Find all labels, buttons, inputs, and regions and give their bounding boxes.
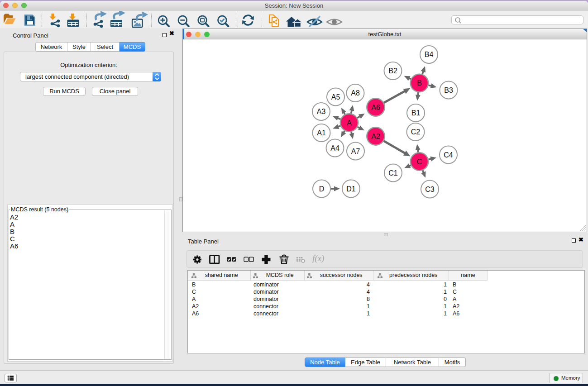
svg-text:B: B: [417, 79, 422, 87]
svg-text:A8: A8: [351, 89, 360, 97]
svg-text:C1: C1: [388, 169, 398, 177]
svg-text:A4: A4: [330, 144, 339, 152]
svg-text:A6: A6: [371, 104, 380, 111]
svg-text:B2: B2: [388, 67, 397, 75]
svg-text:D1: D1: [346, 185, 356, 193]
svg-text:A2: A2: [371, 133, 380, 140]
svg-text:C2: C2: [411, 128, 421, 136]
svg-text:B4: B4: [425, 51, 434, 58]
svg-text:B1: B1: [411, 109, 421, 117]
svg-text:A1: A1: [317, 129, 326, 137]
svg-text:A3: A3: [317, 108, 326, 115]
svg-text:C4: C4: [444, 151, 453, 159]
svg-text:B3: B3: [444, 86, 453, 94]
svg-text:A5: A5: [331, 93, 340, 101]
svg-text:D: D: [319, 185, 325, 193]
svg-text:A: A: [347, 119, 352, 127]
svg-text:C: C: [417, 158, 422, 166]
svg-text:A7: A7: [351, 148, 360, 155]
svg-text:C3: C3: [425, 186, 435, 193]
